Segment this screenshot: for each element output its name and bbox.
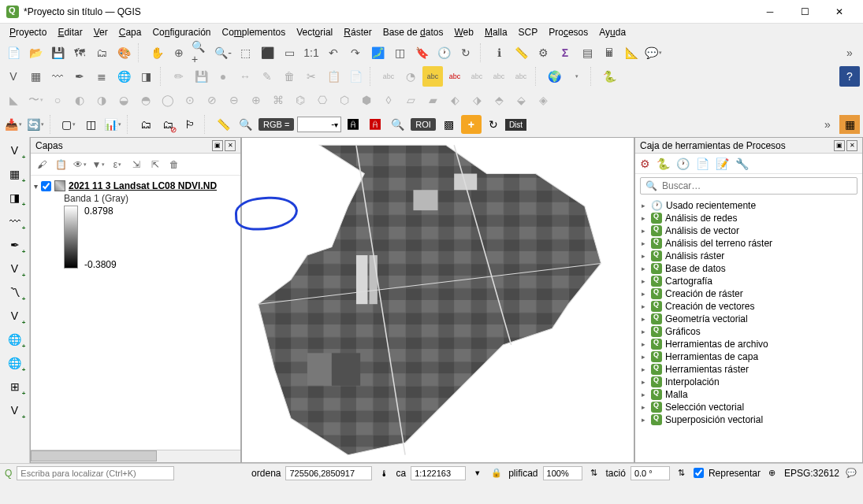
layer-name[interactable]: 2021 11 3 Landsat LC08 NDVI.ND <box>69 180 217 191</box>
layers-expr-button[interactable]: ε <box>110 157 125 172</box>
proc-item-craster[interactable]: ▸Creación de ráster <box>635 287 862 300</box>
new-print-layout-button[interactable]: 🗺 <box>69 43 90 63</box>
dig-15[interactable]: ⬢ <box>356 90 377 110</box>
proc-item-selv[interactable]: ▸Selección vectorial <box>635 401 862 413</box>
dig-18[interactable]: ▰ <box>422 90 443 110</box>
menu-procesos[interactable]: Procesos <box>544 25 593 39</box>
label-diagram[interactable]: ◔ <box>400 66 421 87</box>
add-mesh-button[interactable]: 〰 <box>47 66 68 87</box>
locator-input[interactable] <box>17 466 174 480</box>
new-vl-5[interactable]: V+ <box>4 400 26 421</box>
layer-visibility-checkbox[interactable] <box>41 181 51 191</box>
dig-16[interactable]: ◊ <box>378 90 399 110</box>
menu-editar[interactable]: Editar <box>53 25 87 39</box>
dig-22[interactable]: ⬙ <box>511 90 531 110</box>
scp-refresh[interactable]: ↻ <box>483 115 504 134</box>
dig-7[interactable]: ⊙ <box>180 90 200 110</box>
identify-button[interactable]: ℹ <box>489 43 509 63</box>
layers-filter-button[interactable]: ▼ <box>91 157 106 172</box>
toggle-edit-button[interactable]: ✏ <box>169 66 189 87</box>
scale-lock[interactable]: 🔒 <box>489 466 504 480</box>
toolbar-overflow-1[interactable]: » <box>839 43 860 63</box>
show-layout-manager-button[interactable]: 🗂 <box>91 43 112 63</box>
menu-malla[interactable]: Malla <box>480 25 512 39</box>
dig-13[interactable]: ⎔ <box>312 90 333 110</box>
menu-complementos[interactable]: Complementos <box>218 25 291 39</box>
close-button[interactable]: ✕ <box>822 1 857 23</box>
proc-item-archivo[interactable]: ▸Herramientas de archivo <box>635 338 862 350</box>
dig-12[interactable]: ⌬ <box>290 90 311 110</box>
scp-preview[interactable]: 🏳 <box>180 115 200 134</box>
processing-search[interactable]: 🔍 <box>640 177 857 195</box>
layers-collapse-button[interactable]: ⇱ <box>147 157 163 172</box>
zoom-last-button[interactable]: ↶ <box>323 43 344 63</box>
pan-to-selection-button[interactable]: ⊕ <box>169 43 189 63</box>
rotation-input[interactable] <box>631 466 670 480</box>
new-map-view-button[interactable]: 🗾 <box>367 43 388 63</box>
minimize-button[interactable]: ─ <box>753 1 787 23</box>
dig-21[interactable]: ⬘ <box>489 90 509 110</box>
new-shapefile-button[interactable]: ◨+ <box>4 187 26 208</box>
proc-item-interp[interactable]: ▸Interpolación <box>635 376 862 388</box>
menu-vectorial[interactable]: Vectorial <box>292 25 337 39</box>
proc-edit-icon[interactable]: 📝 <box>716 158 729 170</box>
new-3d-view-button[interactable]: ◫ <box>389 43 410 63</box>
scp-plot[interactable]: 📊 <box>102 115 123 134</box>
delete-selected-button[interactable]: 🗑 <box>279 66 299 87</box>
menu-scp[interactable]: SCP <box>514 25 543 39</box>
metasearch-button[interactable]: 🌍 <box>544 66 564 87</box>
scp-layers[interactable]: 🗂 <box>136 115 156 134</box>
dig-23[interactable]: ◈ <box>533 90 553 110</box>
dig-11[interactable]: ⌘ <box>268 90 288 110</box>
magnifier-spin[interactable]: ⇅ <box>587 466 601 480</box>
proc-item-capa[interactable]: ▸Herramientas de capa <box>635 350 862 363</box>
new-virtual-button[interactable]: ✒+ <box>4 235 26 255</box>
scp-bandset[interactable]: 🔄 <box>25 115 46 134</box>
paste-button[interactable]: 📄 <box>345 66 366 87</box>
copy-button[interactable]: 📋 <box>323 66 344 87</box>
scp-roi-grow[interactable]: ◫ <box>80 115 101 134</box>
proc-item-graf[interactable]: ▸Gráficos <box>635 325 862 338</box>
dig-9[interactable]: ⊖ <box>224 90 244 110</box>
proc-item-terreno[interactable]: ▸Análisis del terreno ráster <box>635 237 862 250</box>
proc-python-icon[interactable]: 🐍 <box>657 158 670 170</box>
dig-2[interactable]: ◐ <box>69 90 90 110</box>
dig-8[interactable]: ⊘ <box>202 90 222 110</box>
new-project-button[interactable]: 📄 <box>3 43 24 63</box>
coord-input[interactable] <box>285 466 372 480</box>
scp-rgb-combo[interactable]: - ▾ <box>297 117 341 132</box>
dig-20[interactable]: ⬗ <box>467 90 487 110</box>
layers-panel-float[interactable]: ▣ <box>212 140 223 151</box>
menu-ver[interactable]: Ver <box>89 25 113 39</box>
attribute-table-button[interactable]: ▤ <box>577 43 597 63</box>
refresh-button[interactable]: ↻ <box>456 43 476 63</box>
render-checkbox[interactable] <box>694 468 704 478</box>
dig-trace[interactable]: 〜 <box>25 90 46 110</box>
new-spatialite-button[interactable]: 〰+ <box>4 211 26 232</box>
scp-spectral[interactable]: 🔍 <box>235 115 255 134</box>
zoom-next-button[interactable]: ↷ <box>345 43 366 63</box>
scp-remove[interactable]: 🗂⊘ <box>158 115 178 134</box>
label-rotate[interactable]: abc <box>489 66 509 87</box>
scp-grid[interactable]: ▦ <box>839 115 860 134</box>
scp-cursor-a[interactable]: 🅰 <box>343 115 363 134</box>
layers-expand-button[interactable]: ⇲ <box>128 157 144 172</box>
dig-snapping[interactable]: ◣ <box>3 90 24 110</box>
zoom-native-button[interactable]: 1:1 <box>301 43 322 63</box>
zoom-layer-button[interactable]: ▭ <box>279 43 299 63</box>
zoom-out-button[interactable]: 🔍- <box>213 43 233 63</box>
map-canvas[interactable] <box>241 137 634 463</box>
dig-10[interactable]: ⊕ <box>246 90 266 110</box>
layers-hscroll[interactable] <box>31 450 240 462</box>
new-vl-4[interactable]: ⊞+ <box>4 376 26 397</box>
magnifier-input[interactable] <box>543 466 582 480</box>
scp-roi-dd[interactable]: ▢ <box>58 115 79 134</box>
add-vector-button[interactable]: V <box>3 66 24 87</box>
scp-add[interactable]: + <box>461 115 482 134</box>
scp-overflow[interactable]: » <box>817 114 838 135</box>
processing-panel-float[interactable]: ▣ <box>834 140 845 151</box>
measure-line-button[interactable]: 📐 <box>621 43 642 63</box>
dig-3[interactable]: ◑ <box>91 90 112 110</box>
label-abc-1[interactable]: abc <box>378 66 399 87</box>
measure-button[interactable]: 📏 <box>511 43 531 63</box>
